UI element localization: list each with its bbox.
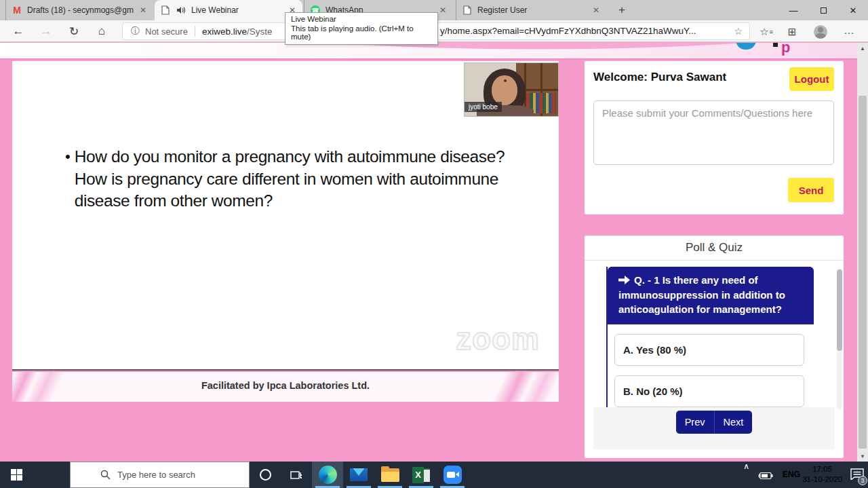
time-text: 17:05 bbox=[802, 464, 842, 474]
favorites-bar-icon[interactable]: ☆≡ bbox=[758, 24, 774, 40]
scroll-up-icon[interactable]: ▲ bbox=[857, 43, 868, 54]
welcome-text: Welcome: Purva Sawant bbox=[593, 71, 726, 84]
speaker-bindi bbox=[504, 79, 507, 82]
audio-tooltip: Live Webinar This tab is playing audio. … bbox=[285, 12, 438, 45]
close-tab-icon[interactable]: ✕ bbox=[591, 5, 601, 15]
zoom-watermark: zoom bbox=[456, 320, 540, 357]
url-path-start: /Syste bbox=[247, 26, 273, 37]
url-text: exiweb.live/Syste bbox=[202, 26, 273, 37]
tray-chevron-icon[interactable]: ∧ bbox=[743, 462, 749, 471]
mail-taskbar-button[interactable] bbox=[343, 462, 374, 488]
page-icon bbox=[160, 5, 171, 16]
tab-title: Register User bbox=[477, 5, 587, 15]
language-indicator[interactable]: ENG bbox=[783, 470, 800, 479]
send-button[interactable]: Send bbox=[788, 178, 834, 202]
page-header-band: p bbox=[0, 43, 868, 60]
taskbar-search[interactable] bbox=[70, 462, 250, 488]
bookshelf-decor bbox=[523, 89, 558, 91]
poll-option-a[interactable]: A. Yes (80 %) bbox=[614, 334, 804, 366]
file-explorer-icon bbox=[381, 468, 399, 482]
tab-audio-icon[interactable] bbox=[176, 5, 186, 16]
close-tab-icon[interactable]: ✕ bbox=[438, 5, 448, 15]
facilitator-text: Facilitated by Ipca Laboratories Ltd. bbox=[12, 380, 559, 391]
excel-icon: X bbox=[412, 467, 430, 483]
mail-icon bbox=[350, 468, 368, 481]
tab-gmail-drafts[interactable]: M Drafts (18) - secynmogs@gmail.c ✕ bbox=[5, 0, 153, 20]
tab-title: Live Webinar bbox=[191, 5, 283, 15]
minimize-button[interactable]: — bbox=[778, 0, 808, 20]
welcome-card: Welcome: Purva Sawant Logout Send bbox=[585, 61, 844, 214]
profile-avatar[interactable] bbox=[812, 24, 829, 40]
facilitator-banner: Facilitated by Ipca Laboratories Ltd. bbox=[12, 372, 559, 402]
logo-dot bbox=[773, 43, 778, 47]
tab-title: Drafts (18) - secynmogs@gmail.c bbox=[27, 5, 134, 15]
logout-button[interactable]: Logout bbox=[789, 67, 834, 91]
poll-footer: Prev Next bbox=[593, 407, 835, 449]
bullet-dot: • bbox=[65, 146, 71, 212]
close-tab-icon[interactable]: ✕ bbox=[138, 5, 148, 15]
task-view-icon bbox=[290, 470, 302, 481]
poll-question: Q. - 1 Is there any need of immunosuppre… bbox=[608, 267, 814, 324]
date-text: 31-10-2020 bbox=[802, 474, 842, 485]
home-button[interactable]: ⌂ bbox=[93, 22, 111, 40]
tooltip-title: Live Webinar bbox=[291, 15, 432, 23]
taskbar-search-input[interactable] bbox=[117, 470, 219, 480]
speaker-name-label: jyoti bobe bbox=[465, 102, 502, 112]
zoom-app-icon bbox=[443, 466, 462, 484]
url-path-end: y/home.aspx?email=cHVydmFzYXdhbnQ3NTVAZ2… bbox=[440, 26, 696, 36]
edge-taskbar-button[interactable] bbox=[312, 462, 343, 488]
refresh-button[interactable]: ↻ bbox=[65, 22, 83, 40]
poll-quiz-card: Poll & Quiz Q. - 1 Is there any need of … bbox=[585, 236, 844, 458]
poll-scrollbar[interactable] bbox=[837, 268, 842, 409]
explorer-taskbar-button[interactable] bbox=[374, 462, 406, 488]
windows-logo-icon bbox=[11, 469, 22, 481]
excel-taskbar-button[interactable]: X bbox=[406, 462, 437, 488]
taskbar: X ∧ ENG 17:05 31-10-2020 3 bbox=[0, 462, 868, 488]
battery-icon[interactable] bbox=[758, 470, 773, 483]
edge-icon bbox=[319, 466, 337, 484]
webinar-page: p • How do you monitor a pregnancy with … bbox=[0, 43, 868, 462]
info-icon[interactable]: ⓘ bbox=[131, 25, 140, 37]
tooltip-text: This tab is playing audio. (Ctrl+M to mu… bbox=[291, 24, 432, 41]
scrollbar-thumb[interactable] bbox=[859, 96, 867, 449]
task-view-button[interactable] bbox=[281, 462, 312, 488]
back-button[interactable]: ← bbox=[9, 22, 27, 40]
poll-nav-buttons: Prev Next bbox=[676, 411, 753, 434]
speaker-video-thumbnail: jyoti bobe bbox=[464, 62, 559, 117]
cortana-button[interactable] bbox=[250, 462, 281, 488]
poll-option-b[interactable]: B. No (20 %) bbox=[614, 375, 804, 407]
screen: M Drafts (18) - secynmogs@gmail.c ✕ Live… bbox=[0, 0, 868, 488]
zoom-taskbar-button[interactable] bbox=[437, 462, 468, 488]
search-icon bbox=[100, 470, 111, 480]
logo-letter: p bbox=[781, 43, 790, 56]
restore-button[interactable] bbox=[808, 0, 838, 20]
poll-title: Poll & Quiz bbox=[585, 241, 844, 255]
slide-bullet-row: • How do you monitor a pregnancy with au… bbox=[65, 146, 513, 212]
scroll-down-icon[interactable]: ▼ bbox=[857, 451, 868, 462]
logo-swoosh bbox=[736, 43, 756, 50]
collections-icon[interactable]: ⊞ bbox=[784, 24, 800, 40]
slide-question-text: How do you monitor a pregnancy with auto… bbox=[75, 146, 513, 212]
menu-ellipsis-icon[interactable]: ··· bbox=[841, 24, 857, 40]
tab-register-user[interactable]: Register User ✕ bbox=[456, 0, 606, 20]
url-domain: exiweb.live bbox=[202, 26, 247, 37]
divider bbox=[585, 260, 844, 261]
tab-live-webinar[interactable]: Live Webinar ✕ bbox=[155, 0, 302, 20]
start-button[interactable] bbox=[0, 462, 33, 488]
forward-button[interactable]: → bbox=[37, 22, 55, 40]
prev-button[interactable]: Prev bbox=[676, 411, 715, 434]
poll-scrollbar-thumb[interactable] bbox=[837, 269, 842, 351]
cortana-icon bbox=[260, 469, 271, 481]
page-scrollbar[interactable]: ▲ ▼ bbox=[857, 43, 868, 462]
notification-center-button[interactable]: 3 bbox=[850, 468, 864, 483]
notification-badge: 3 bbox=[858, 476, 867, 485]
window-controls: — ✕ bbox=[778, 0, 868, 20]
comments-input[interactable] bbox=[593, 100, 834, 165]
next-button[interactable]: Next bbox=[715, 411, 753, 434]
new-tab-button[interactable]: + bbox=[614, 3, 630, 18]
close-window-button[interactable]: ✕ bbox=[838, 0, 868, 20]
clock[interactable]: 17:05 31-10-2020 bbox=[802, 464, 842, 485]
page-icon bbox=[462, 5, 473, 16]
favorite-star-icon[interactable]: ☆ bbox=[734, 26, 743, 37]
gmail-icon: M bbox=[12, 5, 22, 16]
